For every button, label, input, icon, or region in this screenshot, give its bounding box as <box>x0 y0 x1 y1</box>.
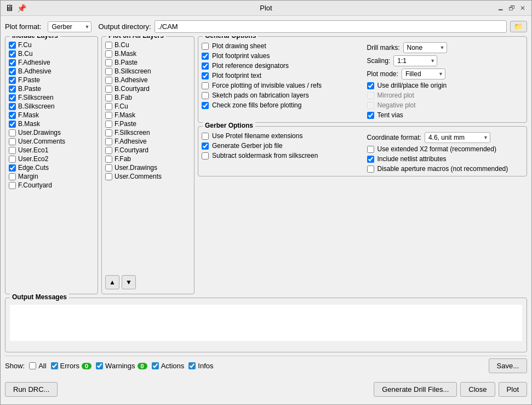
cb-use-drill-origin[interactable] <box>367 82 374 89</box>
cb-plot-footprint-text[interactable] <box>202 72 209 79</box>
cb-disable-aperture[interactable] <box>367 166 374 173</box>
include-layer-cb-fadhesive[interactable] <box>9 59 16 66</box>
maximize-button[interactable]: 🗗 <box>507 4 516 13</box>
plot-all-layer-cb-userdrawings[interactable] <box>105 164 112 172</box>
lbl-warnings: Warnings <box>105 362 135 370</box>
window-controls: 🗕 🗗 ✕ <box>496 4 527 13</box>
include-layer-cb-usercomments[interactable] <box>9 138 16 145</box>
plot-all-layer-item: B.Mask <box>105 50 191 58</box>
top-bar: Plot format: Gerber SVG PDF PS DXF HPGL … <box>5 20 527 33</box>
cb-plot-drawing-sheet[interactable] <box>202 43 209 50</box>
cb-show-errors[interactable] <box>51 362 58 369</box>
opt-subtract-soldermask: Subtract soldermask from silkscreen <box>202 152 358 159</box>
cb-force-plotting[interactable] <box>202 82 209 89</box>
coord-format-select[interactable]: 4.6, unit mm 4.5, unit mm 4.6, unit in <box>425 132 490 143</box>
browse-folder-button[interactable]: 📁 <box>510 21 527 32</box>
plot-all-layer-cb-fadhesive[interactable] <box>105 138 112 145</box>
scaling-select[interactable]: 1:1 1:2 2:1 <box>393 55 437 66</box>
plot-all-layer-cb-fsilkscreen[interactable] <box>105 129 112 136</box>
include-layer-cb-bcu[interactable] <box>9 50 16 58</box>
minimize-button[interactable]: 🗕 <box>496 4 505 13</box>
cb-generate-gerber-job[interactable] <box>202 142 209 150</box>
include-layer-cb-fcourtyard[interactable] <box>9 182 16 189</box>
include-layer-label: User.Drawings <box>18 129 61 136</box>
opt-sketch-pads: Sketch pads on fabrication layers <box>202 92 358 99</box>
cb-show-actions[interactable] <box>152 362 159 369</box>
include-layer-cb-fmask[interactable] <box>9 112 16 119</box>
save-button[interactable]: Save... <box>489 358 527 373</box>
opt-scaling: Scaling: 1:1 1:2 2:1 <box>367 55 524 66</box>
lbl-disable-aperture: Disable aperture macros (not recommended… <box>377 165 508 173</box>
generate-drill-button[interactable]: Generate Drill Files... <box>374 382 457 397</box>
plot-all-layer-cb-bfab[interactable] <box>105 94 112 101</box>
plot-all-layer-item: F.Silkscreen <box>105 129 191 136</box>
cb-negative-plot[interactable] <box>367 102 374 109</box>
cb-show-infos[interactable] <box>188 362 196 369</box>
cb-sketch-pads[interactable] <box>202 92 209 99</box>
plot-all-layer-cb-fcourtyard[interactable] <box>105 147 112 154</box>
lbl-actions: Actions <box>161 362 185 370</box>
lbl-use-protel: Use Protel filename extensions <box>212 132 302 140</box>
general-options-group: General Options Plot drawing sheet Plot … <box>198 36 527 123</box>
plot-all-layer-cb-badhesive[interactable] <box>105 77 112 84</box>
plot-all-layer-item: F.Mask <box>105 111 191 119</box>
move-down-button[interactable]: ▼ <box>122 275 136 289</box>
include-layer-cb-badhesive[interactable] <box>9 68 16 75</box>
plot-all-layers-group: Plot on All Layers B.CuB.MaskB.PasteB.Si… <box>101 36 195 294</box>
include-layer-cb-margin[interactable] <box>9 173 16 180</box>
errors-badge: 0 <box>82 363 91 369</box>
cb-show-warnings[interactable] <box>96 362 103 369</box>
cb-plot-footprint-values[interactable] <box>202 53 209 60</box>
move-up-button[interactable]: ▲ <box>105 275 119 289</box>
include-layer-label: F.Cu <box>18 41 32 49</box>
include-layer-cb-bmask[interactable] <box>9 121 16 128</box>
close-button[interactable]: ✕ <box>518 4 527 13</box>
output-dir-input[interactable] <box>155 20 507 33</box>
cb-show-all[interactable] <box>29 362 36 369</box>
plot-button[interactable]: Plot <box>499 382 527 397</box>
lbl-tent-vias: Tent vias <box>377 111 403 119</box>
include-layer-cb-edgecuts[interactable] <box>9 164 16 172</box>
cb-use-extended-x2[interactable] <box>367 146 374 153</box>
plot-all-layer-cb-bmask[interactable] <box>105 50 112 58</box>
include-layer-item: User.Eco1 <box>9 146 94 154</box>
plot-all-layer-cb-ffab[interactable] <box>105 156 112 163</box>
include-layer-item: B.Adhesive <box>9 67 94 75</box>
gerber-options-group: Gerber Options Use Protel filename exten… <box>198 126 527 176</box>
plot-all-layer-cb-bcourtyard[interactable] <box>105 85 112 93</box>
include-layer-cb-bsilkscreen[interactable] <box>9 103 16 110</box>
plot-mode-select[interactable]: Filled Sketch <box>402 69 445 79</box>
plot-all-layer-cb-fpaste[interactable] <box>105 121 112 128</box>
include-layer-cb-usereco2[interactable] <box>9 156 16 163</box>
include-layer-cb-bpaste[interactable] <box>9 85 16 93</box>
cb-plot-ref-designators[interactable] <box>202 62 209 70</box>
include-layer-label: F.Adhesive <box>18 59 50 66</box>
general-options-grid: Plot drawing sheet Plot footprint values… <box>202 42 523 119</box>
general-options-right: Drill marks: None Small Full <box>367 42 524 119</box>
plot-all-layer-cb-fcu[interactable] <box>105 103 112 110</box>
cb-mirrored-plot[interactable] <box>367 92 374 99</box>
include-layer-label: User.Eco1 <box>18 146 48 154</box>
run-drc-button[interactable]: Run DRC... <box>5 382 58 397</box>
include-layer-cb-usereco1[interactable] <box>9 147 16 154</box>
drill-marks-select[interactable]: None Small Full <box>403 42 447 53</box>
cb-check-zone-fills[interactable] <box>202 102 209 109</box>
plot-all-layer-item: F.Cu <box>105 102 191 110</box>
close-dialog-button[interactable]: Close <box>460 382 495 397</box>
cb-include-netlist[interactable] <box>367 156 374 163</box>
plot-all-layer-cb-bsilkscreen[interactable] <box>105 68 112 75</box>
cb-subtract-soldermask[interactable] <box>202 152 209 159</box>
cb-use-protel[interactable] <box>202 133 209 140</box>
plot-all-layer-label: F.Mask <box>115 111 135 119</box>
plot-all-layer-cb-bpaste[interactable] <box>105 59 112 66</box>
plot-all-layer-cb-fmask[interactable] <box>105 112 112 119</box>
plot-all-layer-cb-bcu[interactable] <box>105 42 112 49</box>
include-layer-cb-fsilkscreen[interactable] <box>9 94 16 101</box>
cb-tent-vias[interactable] <box>367 112 374 119</box>
include-layer-cb-fcu[interactable] <box>9 42 16 49</box>
include-layer-cb-userdrawings[interactable] <box>9 129 16 136</box>
include-layer-cb-fpaste[interactable] <box>9 77 16 84</box>
plot-all-layer-cb-usercomments[interactable] <box>105 173 112 180</box>
plot-format-select[interactable]: Gerber SVG PDF PS DXF HPGL <box>48 21 91 32</box>
opt-coord-format: Coordinate format: 4.6, unit mm 4.5, uni… <box>367 132 524 143</box>
